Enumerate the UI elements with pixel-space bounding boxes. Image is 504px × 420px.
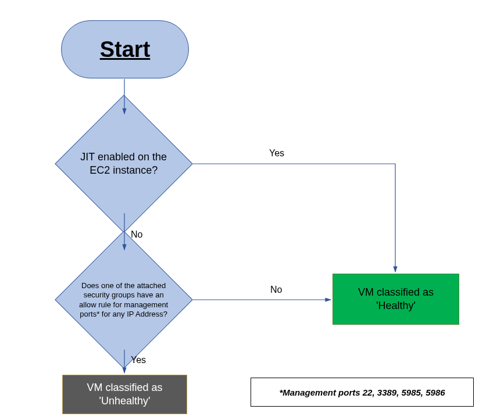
decision-jit-enabled: JIT enabled on the EC2 instance? xyxy=(55,95,193,233)
unhealthy-line2: 'Unhealthy' xyxy=(99,395,151,407)
note-management-ports: *Management ports 22, 3389, 5985, 5986 xyxy=(251,378,474,407)
healthy-line2: 'Healthy' xyxy=(376,300,416,311)
unhealthy-text: VM classified as 'Unhealthy' xyxy=(87,381,162,408)
start-label: Start xyxy=(100,37,151,62)
label-d1-no: No xyxy=(131,229,142,240)
start-node: Start xyxy=(61,20,189,78)
result-unhealthy: VM classified as 'Unhealthy' xyxy=(62,375,187,414)
healthy-line1: VM classified as xyxy=(358,286,434,298)
decision-jit-label: JIT enabled on the EC2 instance? xyxy=(76,150,172,178)
healthy-text: VM classified as 'Healthy' xyxy=(358,286,434,313)
label-d1-yes: Yes xyxy=(269,148,284,159)
decision-sg-label: Does one of the attached security groups… xyxy=(76,281,172,319)
result-healthy: VM classified as 'Healthy' xyxy=(333,274,459,325)
label-d2-yes: Yes xyxy=(131,355,146,365)
unhealthy-line1: VM classified as xyxy=(87,382,162,393)
label-d2-no: No xyxy=(270,285,282,295)
note-label: *Management ports 22, 3389, 5985, 5986 xyxy=(279,387,445,397)
decision-security-group: Does one of the attached security groups… xyxy=(55,231,193,369)
